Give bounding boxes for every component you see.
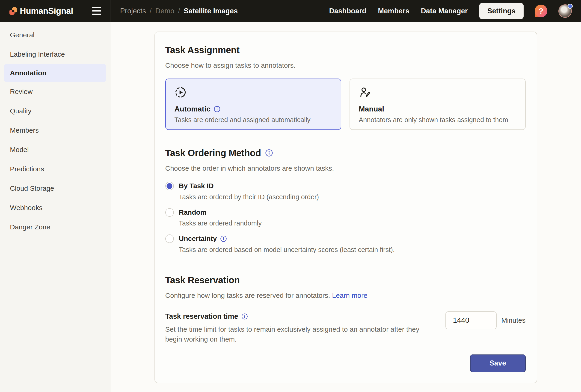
radio-by-task-id-description: Tasks are ordered by their ID (ascending… <box>179 193 319 201</box>
task-assignment-description: Choose how to assign tasks to annotators… <box>165 61 526 70</box>
reservation-input-group: Minutes <box>446 311 526 329</box>
task-ordering-description: Choose the order in which annotators are… <box>165 164 526 173</box>
task-reservation-time-description: Set the time limit for tasks to remain e… <box>165 324 437 344</box>
breadcrumb-separator: / <box>178 7 180 15</box>
sidebar-item-predictions[interactable]: Predictions <box>0 159 110 179</box>
sidebar-item-cloud-storage[interactable]: Cloud Storage <box>0 179 110 198</box>
radio-uncertainty[interactable] <box>165 234 174 243</box>
app-window: HumanSignal Projects / Demo / Satellite … <box>0 0 581 392</box>
sidebar-item-danger-zone[interactable]: Danger Zone <box>0 217 110 237</box>
sidebar-item-webhooks[interactable]: Webhooks <box>0 198 110 217</box>
breadcrumb: Projects / Demo / Satellite Images <box>110 7 238 15</box>
user-edit-icon <box>359 86 371 98</box>
assignment-option-automatic[interactable]: Automatic Tasks are ordered and assigned… <box>165 79 342 130</box>
assignment-option-manual[interactable]: Manual Annotators are only shown tasks a… <box>350 79 526 130</box>
option-automatic-description: Tasks are ordered and assigned automatic… <box>174 116 332 124</box>
info-icon[interactable] <box>220 235 227 242</box>
radio-random[interactable] <box>165 208 174 217</box>
task-reservation-time-label: Task reservation time <box>165 312 437 321</box>
breadcrumb-demo[interactable]: Demo <box>156 7 174 15</box>
task-reservation-title: Task Reservation <box>165 275 526 286</box>
notification-badge <box>568 4 573 9</box>
help-icon[interactable]: ? <box>535 4 547 17</box>
sidebar-item-general[interactable]: General <box>0 25 110 45</box>
sidebar-item-quality[interactable]: Quality <box>0 101 110 121</box>
sidebar-item-members[interactable]: Members <box>0 121 110 140</box>
nav-members[interactable]: Members <box>378 7 409 15</box>
ordering-option-by-task-id: By Task ID Tasks are ordered by their ID… <box>165 182 526 201</box>
sidebar-item-review[interactable]: Review <box>0 82 110 101</box>
breadcrumb-current-page: Satellite Images <box>184 7 238 15</box>
humansignal-logo-icon <box>10 7 17 15</box>
option-manual-title: Manual <box>359 105 516 113</box>
logo-text: HumanSignal <box>20 6 73 16</box>
nav-dashboard[interactable]: Dashboard <box>329 7 366 15</box>
task-assignment-title: Task Assignment <box>165 44 526 55</box>
logo[interactable]: HumanSignal <box>10 6 73 16</box>
user-avatar[interactable] <box>558 4 572 18</box>
task-assignment-section: Task Assignment Choose how to assign tas… <box>165 44 526 130</box>
task-ordering-title: Task Ordering Method <box>165 147 526 159</box>
topbar-left: HumanSignal <box>0 0 110 22</box>
learn-more-link[interactable]: Learn more <box>332 292 367 299</box>
radio-by-task-id-label[interactable]: By Task ID <box>179 182 319 190</box>
settings-button[interactable]: Settings <box>479 3 524 19</box>
reservation-minutes-input[interactable] <box>446 311 496 329</box>
info-icon[interactable] <box>214 106 220 112</box>
radio-uncertainty-description: Tasks are ordered based on model uncerta… <box>179 245 395 254</box>
ordering-option-random: Random Tasks are ordered randomly <box>165 208 526 228</box>
sidebar-item-labeling-interface[interactable]: Labeling Interface <box>0 45 110 64</box>
question-mark-glyph: ? <box>538 7 543 15</box>
task-reservation-description: Configure how long tasks are reserved fo… <box>165 291 526 300</box>
hamburger-menu-icon[interactable] <box>92 7 101 15</box>
annotation-settings-card: Task Assignment Choose how to assign tas… <box>154 31 537 383</box>
top-navigation: Dashboard Members Data Manager <box>329 7 468 15</box>
info-icon[interactable] <box>242 313 248 320</box>
radio-random-label[interactable]: Random <box>179 208 262 217</box>
breadcrumb-separator: / <box>150 7 152 15</box>
radio-random-description: Tasks are ordered randomly <box>179 219 262 228</box>
auto-play-icon <box>174 86 186 98</box>
sidebar-item-model[interactable]: Model <box>0 140 110 159</box>
save-button[interactable]: Save <box>470 355 526 372</box>
ordering-option-uncertainty: Uncertainty Tasks are ordered based on m… <box>165 234 526 254</box>
option-automatic-title: Automatic <box>174 105 332 113</box>
sidebar-item-annotation[interactable]: Annotation <box>4 64 106 82</box>
option-manual-description: Annotators are only shown tasks assigned… <box>359 116 516 124</box>
task-ordering-section: Task Ordering Method Choose the order in… <box>165 147 526 254</box>
settings-sidebar: General Labeling Interface Annotation Re… <box>0 22 110 392</box>
main-content: Task Assignment Choose how to assign tas… <box>110 22 581 392</box>
info-icon[interactable] <box>265 149 273 157</box>
reservation-field-text: Task reservation time Set the time limit… <box>165 312 437 344</box>
topbar: HumanSignal Projects / Demo / Satellite … <box>0 0 581 22</box>
breadcrumb-projects[interactable]: Projects <box>120 7 146 15</box>
nav-data-manager[interactable]: Data Manager <box>421 7 468 15</box>
radio-uncertainty-label[interactable]: Uncertainty <box>179 234 395 243</box>
task-reservation-section: Task Reservation Configure how long task… <box>165 275 526 372</box>
minutes-unit-label: Minutes <box>501 316 526 324</box>
radio-by-task-id[interactable] <box>165 182 174 190</box>
